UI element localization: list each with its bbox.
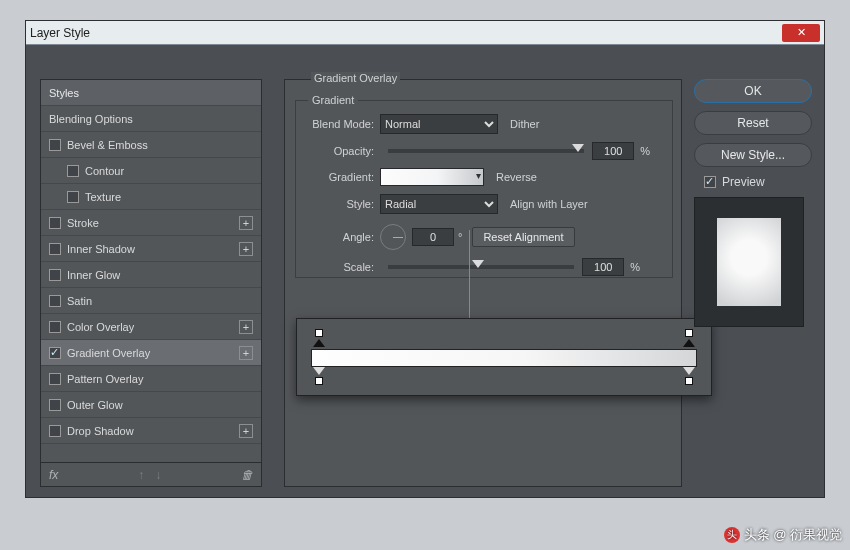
watermark-icon: 头 [724, 527, 740, 543]
settings-panel: Gradient Overlay Gradient Blend Mode: No… [284, 79, 682, 487]
scale-input[interactable] [582, 258, 624, 276]
style-row: Style: Radial Align with Layer [300, 194, 588, 214]
connector-line [469, 230, 470, 318]
fx-gradient-overlay[interactable]: Gradient Overlay+ [41, 340, 261, 366]
fx-inner-shadow[interactable]: Inner Shadow+ [41, 236, 261, 262]
titlebar[interactable]: Layer Style ✕ [26, 21, 824, 45]
fx-checkbox[interactable] [49, 399, 61, 411]
arrow-down-icon[interactable]: ↓ [155, 468, 161, 482]
blend-mode-row: Blend Mode: Normal Dither [300, 114, 539, 134]
fx-color-overlay[interactable]: Color Overlay+ [41, 314, 261, 340]
angle-input[interactable] [412, 228, 454, 246]
ok-button[interactable]: OK [694, 79, 812, 103]
fx-inner-glow[interactable]: Inner Glow [41, 262, 261, 288]
fx-checkbox[interactable] [49, 373, 61, 385]
fx-icon[interactable]: fx [49, 468, 58, 482]
fx-bevel-emboss[interactable]: Bevel & Emboss [41, 132, 261, 158]
gradient-editor[interactable] [296, 318, 712, 396]
angle-row: Angle: ° Reset Alignment [300, 224, 575, 250]
fx-drop-shadow[interactable]: Drop Shadow+ [41, 418, 261, 444]
preview-checkbox[interactable] [704, 176, 716, 188]
fx-checkbox[interactable] [67, 165, 79, 177]
plus-icon[interactable]: + [239, 424, 253, 438]
watermark: 头 头条 @ 衍果视觉 [724, 526, 842, 544]
plus-icon[interactable]: + [239, 216, 253, 230]
preview-row: Preview [704, 175, 812, 189]
opacity-input[interactable] [592, 142, 634, 160]
opacity-row: Opacity: % [300, 142, 650, 160]
blending-options[interactable]: Blending Options [41, 106, 261, 132]
fx-checkbox[interactable] [49, 295, 61, 307]
scale-row: Scale: % [300, 258, 640, 276]
angle-dial[interactable] [380, 224, 406, 250]
blend-mode-select[interactable]: Normal [380, 114, 498, 134]
effects-panel: Styles Blending Options Bevel & EmbossCo… [40, 79, 262, 487]
dialog-body: Styles Blending Options Bevel & EmbossCo… [26, 45, 824, 497]
gradient-legend: Gradient [308, 94, 358, 106]
close-icon[interactable]: ✕ [782, 24, 820, 42]
plus-icon[interactable]: + [239, 346, 253, 360]
style-select[interactable]: Radial [380, 194, 498, 214]
fx-outer-glow[interactable]: Outer Glow [41, 392, 261, 418]
fx-checkbox[interactable] [67, 191, 79, 203]
fx-checkbox[interactable] [49, 321, 61, 333]
preview-gradient [717, 218, 781, 306]
section-title: Gradient Overlay [311, 72, 400, 84]
fx-contour[interactable]: Contour [41, 158, 261, 184]
fx-texture[interactable]: Texture [41, 184, 261, 210]
fx-checkbox[interactable] [49, 425, 61, 437]
window-title: Layer Style [30, 26, 90, 40]
preview-box [694, 197, 804, 327]
gradient-bar[interactable] [311, 349, 697, 367]
layer-style-dialog: Layer Style ✕ Styles Blending Options Be… [25, 20, 825, 498]
fx-checkbox[interactable] [49, 269, 61, 281]
gradient-picker[interactable] [380, 168, 484, 186]
reset-button[interactable]: Reset [694, 111, 812, 135]
fx-checkbox[interactable] [49, 347, 61, 359]
effects-header[interactable]: Styles [41, 80, 261, 106]
opacity-stop-left[interactable] [313, 339, 325, 347]
color-stop-right[interactable] [683, 367, 695, 375]
trash-icon[interactable]: 🗑 [241, 468, 253, 482]
right-panel: OK Reset New Style... Preview [694, 79, 812, 327]
fx-stroke[interactable]: Stroke+ [41, 210, 261, 236]
fx-checkbox[interactable] [49, 243, 61, 255]
color-stop-left[interactable] [313, 367, 325, 375]
opacity-slider[interactable] [388, 149, 584, 153]
arrow-up-icon[interactable]: ↑ [138, 468, 144, 482]
fx-pattern-overlay[interactable]: Pattern Overlay [41, 366, 261, 392]
plus-icon[interactable]: + [239, 242, 253, 256]
effects-footer: fx ↑ ↓ 🗑 [41, 462, 261, 486]
scale-slider[interactable] [388, 265, 574, 269]
reset-alignment-button[interactable]: Reset Alignment [472, 227, 574, 247]
fx-checkbox[interactable] [49, 139, 61, 151]
opacity-stop-right[interactable] [683, 339, 695, 347]
fx-satin[interactable]: Satin [41, 288, 261, 314]
new-style-button[interactable]: New Style... [694, 143, 812, 167]
gradient-group: Gradient Blend Mode: Normal Dither Opaci… [295, 94, 673, 278]
fx-checkbox[interactable] [49, 217, 61, 229]
plus-icon[interactable]: + [239, 320, 253, 334]
gradient-row: Gradient: Reverse [300, 168, 537, 186]
